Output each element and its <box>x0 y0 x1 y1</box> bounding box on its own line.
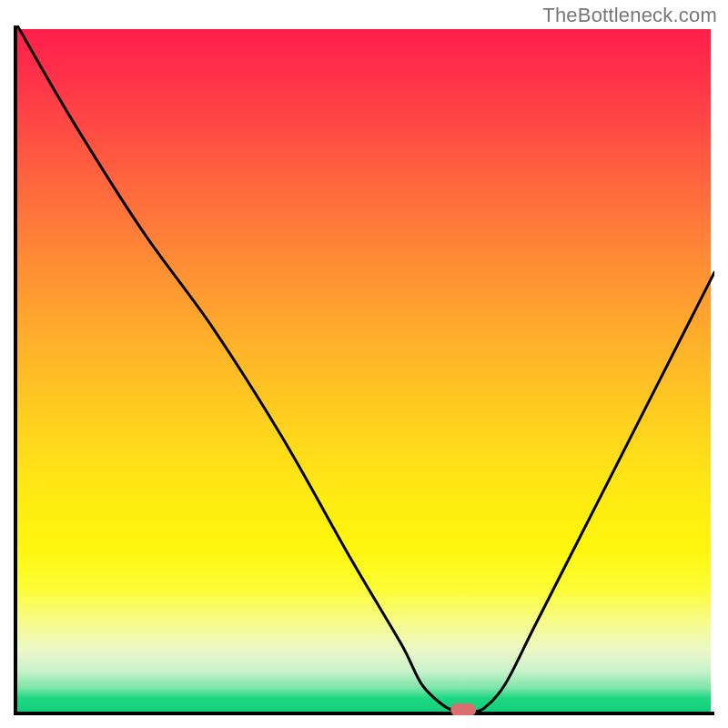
chart-frame <box>14 25 714 715</box>
bottleneck-curve <box>17 25 714 713</box>
chart-svg <box>14 25 714 715</box>
optimal-marker <box>450 703 476 715</box>
watermark-text: TheBottleneck.com <box>542 4 717 27</box>
